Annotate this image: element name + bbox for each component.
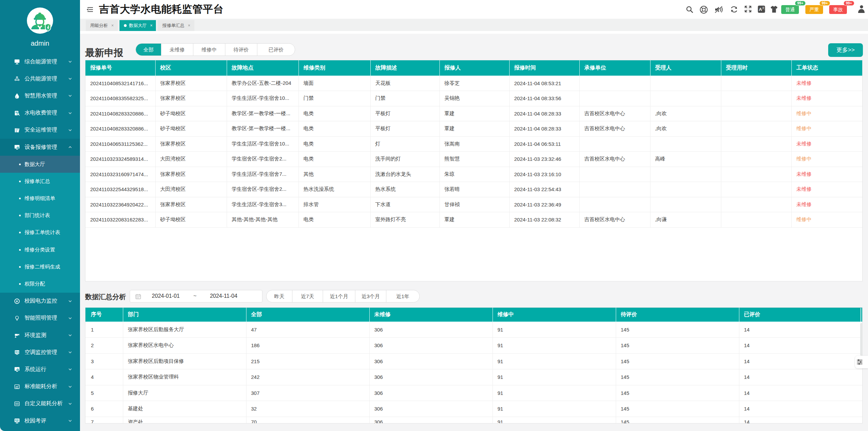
svg-text:文: 文 (762, 6, 765, 10)
